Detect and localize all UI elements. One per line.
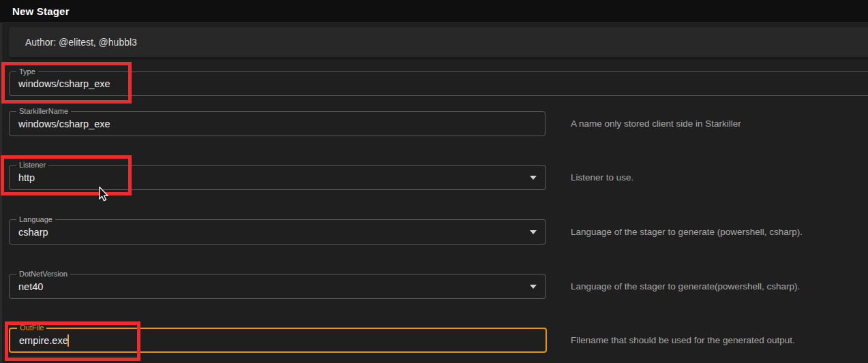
language-selected-value: csharp bbox=[18, 220, 48, 244]
outfile-help-text: Filename that should be used for the gen… bbox=[571, 328, 795, 353]
type-input[interactable] bbox=[10, 72, 868, 95]
new-stager-screen: New Stager Author: @elitest, @hubbl3 Typ… bbox=[0, 0, 868, 363]
outfile-input-value[interactable]: empire.exe bbox=[19, 329, 68, 351]
listener-select[interactable]: Listener http bbox=[9, 165, 546, 190]
type-field[interactable]: Type bbox=[9, 72, 868, 96]
outfile-field[interactable]: OutFile empire.exe bbox=[9, 328, 547, 353]
dotnetversion-selected-value: net40 bbox=[18, 274, 43, 298]
left-edge-strip bbox=[0, 22, 2, 363]
chevron-down-icon bbox=[530, 176, 537, 180]
starkillername-field[interactable]: StarkillerName bbox=[9, 111, 545, 136]
dotnetversion-help-text: Language of the stager to generate(power… bbox=[571, 274, 800, 299]
chevron-down-icon bbox=[530, 285, 537, 289]
listener-help-text: Listener to use. bbox=[571, 165, 633, 190]
starkillername-help-text: A name only stored client side in Starki… bbox=[571, 111, 741, 136]
author-text: Author: @elitest, @hubbl3 bbox=[25, 37, 137, 48]
chevron-down-icon bbox=[530, 230, 537, 234]
author-bar: Author: @elitest, @hubbl3 bbox=[9, 27, 868, 57]
listener-selected-value: http bbox=[18, 165, 35, 189]
text-cursor-caret bbox=[68, 334, 69, 347]
page-header: New Stager bbox=[0, 0, 868, 22]
header-divider bbox=[0, 22, 868, 23]
starkillername-input[interactable] bbox=[10, 112, 545, 136]
language-help-text: Language of the stager to generate (powe… bbox=[571, 219, 803, 244]
page-title: New Stager bbox=[0, 0, 868, 22]
language-select[interactable]: Language csharp bbox=[9, 219, 546, 244]
dotnetversion-select[interactable]: DotNetVersion net40 bbox=[9, 274, 546, 299]
